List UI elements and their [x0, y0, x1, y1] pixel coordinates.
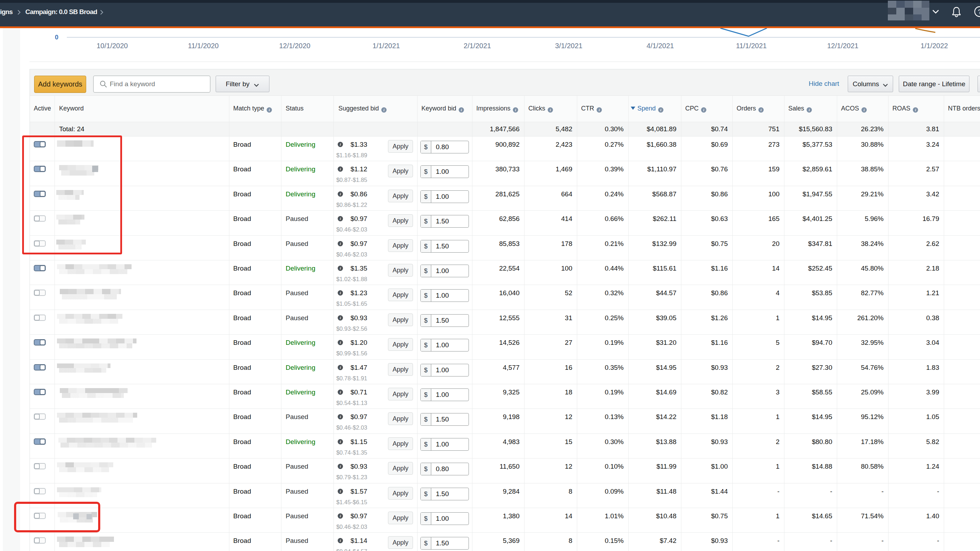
svg-text:?: ?	[978, 8, 980, 16]
